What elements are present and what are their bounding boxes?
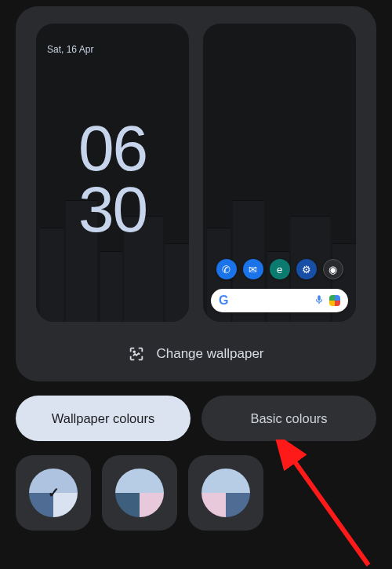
colour-swatch-2[interactable]	[102, 455, 177, 531]
tab-wallpaper-label: Wallpaper colours	[52, 411, 154, 426]
edge-app-icon: e	[270, 259, 290, 279]
wallpaper-preview-card: Sat, 16 Apr 06 30 ✆✉e⚙◉ G	[16, 6, 376, 381]
dock-row: ✆✉e⚙◉	[203, 259, 356, 279]
colour-swatch-1[interactable]: ✓	[16, 455, 91, 531]
tab-wallpaper-colours[interactable]: Wallpaper colours	[16, 396, 191, 441]
mic-icon	[314, 294, 325, 308]
wallpaper-icon	[128, 345, 145, 363]
lockscreen-date: Sat, 16 Apr	[47, 44, 93, 55]
google-g-icon: G	[219, 294, 228, 308]
homescreen-preview[interactable]: ✆✉e⚙◉ G	[203, 24, 356, 322]
colour-swatch-3[interactable]	[188, 455, 263, 531]
change-wallpaper-label: Change wallpaper	[156, 346, 263, 362]
clock-hours: 06	[36, 118, 189, 179]
camera-app-icon: ◉	[323, 259, 343, 279]
tab-basic-label: Basic colours	[250, 411, 327, 426]
svg-point-0	[134, 351, 136, 352]
phone-app-icon: ✆	[216, 259, 237, 279]
messages-app-icon: ✉	[243, 259, 263, 279]
check-icon: ✓	[48, 484, 60, 502]
google-search-bar: G	[211, 289, 348, 312]
swatch-circle	[115, 469, 164, 517]
colour-source-tabs: Wallpaper colours Basic colours	[16, 396, 376, 441]
lockscreen-clock: 06 30	[36, 118, 189, 240]
lockscreen-preview[interactable]: Sat, 16 Apr 06 30	[36, 24, 189, 322]
lens-icon	[329, 295, 340, 306]
clock-minutes: 30	[36, 179, 189, 240]
colour-swatch-row: ✓	[16, 455, 376, 531]
preview-row: Sat, 16 Apr 06 30 ✆✉e⚙◉ G	[30, 24, 362, 322]
tab-basic-colours[interactable]: Basic colours	[201, 396, 376, 441]
swatch-circle	[201, 469, 250, 517]
settings-app-icon: ⚙	[296, 259, 317, 279]
change-wallpaper-button[interactable]: Change wallpaper	[30, 345, 362, 363]
